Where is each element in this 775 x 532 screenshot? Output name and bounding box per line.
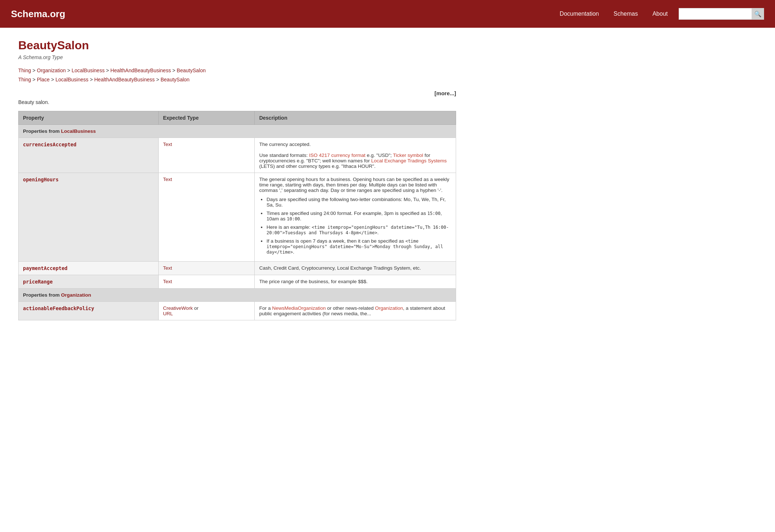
breadcrumb-organization[interactable]: Organization	[37, 68, 66, 73]
prop-actionable-feedback-link[interactable]: actionableFeedbackPolicy	[23, 305, 94, 311]
prop-price-range-link[interactable]: priceRange	[23, 279, 53, 285]
list-item: Here is an example: <time itemprop="open…	[266, 224, 451, 235]
logo: Schema.org	[11, 8, 65, 20]
list-item: Days are specified using the following t…	[266, 197, 451, 208]
breadcrumbs: Thing > Organization > LocalBusiness > H…	[18, 66, 456, 84]
breadcrumb-row-1: Thing > Organization > LocalBusiness > H…	[18, 66, 456, 75]
search-input[interactable]	[679, 8, 752, 20]
desc-actionable-feedback: For a NewsMediaOrganization or other new…	[255, 302, 456, 320]
type-text-link-2[interactable]: Text	[163, 177, 172, 182]
section-organization: Properties from Organization	[19, 289, 456, 302]
section-localbusiness: Properties from LocalBusiness	[19, 125, 456, 138]
col-expected-type: Expected Type	[158, 111, 255, 125]
type-payment-accepted: Text	[158, 262, 255, 275]
search-button[interactable]: 🔍	[752, 8, 764, 20]
table-row: currenciesAccepted Text The currency acc…	[19, 138, 456, 173]
org-link[interactable]: Organization	[375, 305, 403, 311]
breadcrumb-healthandbeauty-1[interactable]: HealthAndBeautyBusiness	[111, 68, 171, 73]
col-description: Description	[255, 111, 456, 125]
list-item: If a business is open 7 days a week, the…	[266, 238, 451, 255]
search-container: 🔍	[679, 8, 764, 20]
lets-link[interactable]: Local Exchange Tradings Systems	[371, 158, 447, 163]
header: Schema.org Documentation Schemas About 🔍	[0, 0, 775, 28]
list-item: Times are specified using 24:00 format. …	[266, 211, 451, 221]
prop-currencies-accepted-link[interactable]: currenciesAccepted	[23, 142, 76, 147]
iso4217-link[interactable]: ISO 4217 currency format	[309, 153, 366, 158]
type-text-link[interactable]: Text	[163, 142, 172, 147]
more-link-container: [more...]	[18, 90, 456, 96]
breadcrumb-localbusiness-1[interactable]: LocalBusiness	[72, 68, 104, 73]
section-localbusiness-link[interactable]: LocalBusiness	[61, 128, 96, 134]
ticker-link[interactable]: Ticker symbol	[393, 153, 423, 158]
prop-actionable-feedback: actionableFeedbackPolicy	[19, 302, 159, 320]
desc-opening-hours: The general opening hours for a business…	[255, 173, 456, 262]
table-row: actionableFeedbackPolicy CreativeWork or…	[19, 302, 456, 320]
desc-currencies-accepted: The currency accepted. Use standard form…	[255, 138, 456, 173]
description: Beauty salon.	[18, 99, 456, 105]
desc-price-range: The price range of the business, for exa…	[255, 275, 456, 289]
col-property: Property	[19, 111, 159, 125]
nav-schemas[interactable]: Schemas	[613, 11, 638, 17]
breadcrumb-localbusiness-2[interactable]: LocalBusiness	[55, 77, 88, 82]
breadcrumb-thing-2[interactable]: Thing	[18, 77, 31, 82]
type-text-link-4[interactable]: Text	[163, 279, 172, 284]
prop-currencies-accepted: currenciesAccepted	[19, 138, 159, 173]
nav: Documentation Schemas About	[560, 11, 668, 17]
type-creativework-link[interactable]: CreativeWork	[163, 305, 193, 311]
breadcrumb-beautysalon-2[interactable]: BeautySalon	[161, 77, 189, 82]
table-row: paymentAccepted Text Cash, Credit Card, …	[19, 262, 456, 275]
type-actionable-feedback: CreativeWork or URL	[158, 302, 255, 320]
table-row: priceRange Text The price range of the b…	[19, 275, 456, 289]
nav-about[interactable]: About	[652, 11, 668, 17]
breadcrumb-place[interactable]: Place	[37, 77, 50, 82]
newsmediaorg-link[interactable]: NewsMediaOrganization	[272, 305, 326, 311]
breadcrumb-row-2: Thing > Place > LocalBusiness > HealthAn…	[18, 75, 456, 84]
table-row: openingHours Text The general opening ho…	[19, 173, 456, 262]
type-url-link[interactable]: URL	[163, 311, 173, 316]
type-opening-hours: Text	[158, 173, 255, 262]
type-text-link-3[interactable]: Text	[163, 265, 172, 271]
type-price-range: Text	[158, 275, 255, 289]
content: BeautySalon A Schema.org Type Thing > Or…	[0, 28, 474, 331]
properties-table: Property Expected Type Description Prope…	[18, 111, 456, 320]
prop-payment-accepted-link[interactable]: paymentAccepted	[23, 265, 68, 271]
nav-documentation[interactable]: Documentation	[560, 11, 599, 17]
subtitle: A Schema.org Type	[18, 54, 456, 60]
prop-payment-accepted: paymentAccepted	[19, 262, 159, 275]
section-organization-link[interactable]: Organization	[61, 292, 91, 298]
more-link[interactable]: [more...]	[435, 90, 456, 96]
type-currencies-accepted: Text	[158, 138, 255, 173]
breadcrumb-thing-1[interactable]: Thing	[18, 68, 31, 73]
prop-opening-hours-link[interactable]: openingHours	[23, 177, 59, 182]
prop-price-range: priceRange	[19, 275, 159, 289]
prop-opening-hours: openingHours	[19, 173, 159, 262]
page-title: BeautySalon	[18, 39, 456, 52]
breadcrumb-beautysalon-1[interactable]: BeautySalon	[177, 68, 205, 73]
desc-payment-accepted: Cash, Credit Card, Cryptocurrency, Local…	[255, 262, 456, 275]
breadcrumb-healthandbeauty-2[interactable]: HealthAndBeautyBusiness	[94, 77, 155, 82]
